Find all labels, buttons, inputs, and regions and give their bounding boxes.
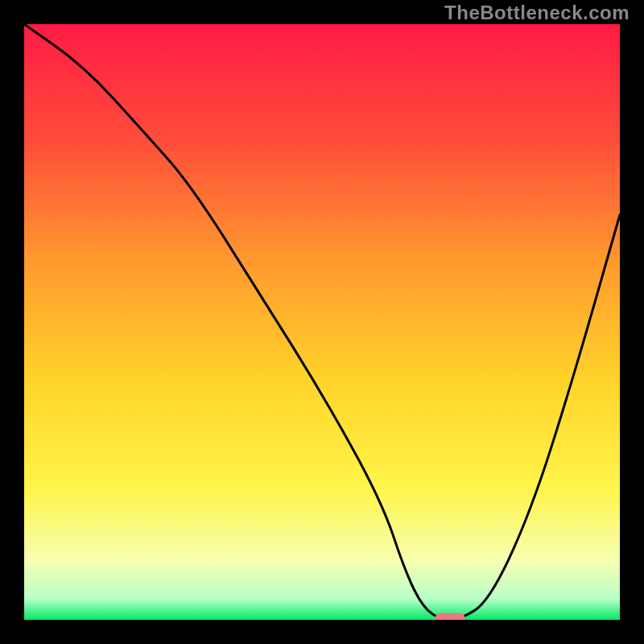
chart-frame: TheBottleneck.com <box>0 0 644 644</box>
bottleneck-chart <box>24 24 620 620</box>
gradient-background <box>24 24 620 620</box>
optimal-marker <box>436 613 465 620</box>
watermark-text: TheBottleneck.com <box>444 2 630 24</box>
